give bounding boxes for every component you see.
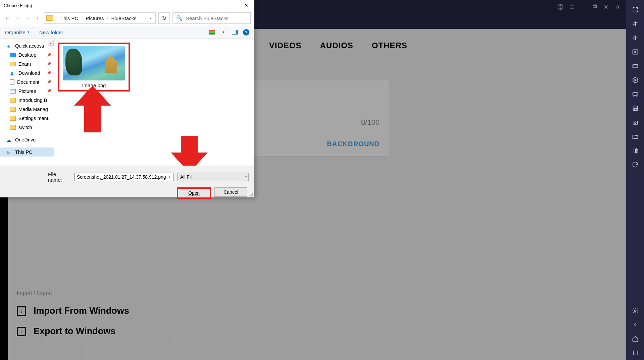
svg-rect-24 xyxy=(633,351,637,355)
volume-down-icon[interactable] xyxy=(626,31,644,45)
export-to-windows[interactable]: ↑ Export to Windows xyxy=(17,326,129,337)
tab-audios[interactable]: AUDIOS xyxy=(320,41,353,50)
nav-up-button[interactable]: ↑ xyxy=(34,14,41,22)
post-char-count: 0/100 xyxy=(361,118,380,127)
fullscreen-icon[interactable] xyxy=(626,3,644,17)
refresh-button[interactable]: ↻ xyxy=(158,12,170,24)
file-name-combo[interactable]: ▾ xyxy=(75,173,174,181)
collapse-icon[interactable] xyxy=(612,2,623,12)
tree-media[interactable]: Media Manag xyxy=(0,105,54,114)
filter-label: All Fil xyxy=(180,174,192,180)
tree-quick-access[interactable]: ★Quick access xyxy=(0,41,54,50)
tab-videos[interactable]: VIDEOS xyxy=(269,41,302,50)
dialog-footer: File name: ▾ All Fil ▾ Open Cancel xyxy=(0,166,254,197)
pin-icon: 📌 xyxy=(47,80,52,84)
background-button[interactable]: BACKGROUND xyxy=(327,140,380,148)
folder-icon[interactable] xyxy=(626,129,644,143)
svg-rect-6 xyxy=(593,5,596,8)
search-icon: 🔍 xyxy=(176,15,183,21)
tree-pictures[interactable]: Pictures📌 xyxy=(0,86,54,96)
back-icon[interactable] xyxy=(626,318,644,332)
file-name-input[interactable] xyxy=(77,174,171,180)
import-label: Import From Windows xyxy=(34,306,129,316)
pin-icon: 📌 xyxy=(47,62,52,66)
tab-others[interactable]: OTHERS xyxy=(372,41,407,50)
apk-icon[interactable]: APK xyxy=(626,101,644,115)
annotation-arrow-up xyxy=(74,85,111,132)
search-input[interactable] xyxy=(186,15,250,21)
svg-point-1 xyxy=(560,8,560,9)
new-folder-button[interactable]: New folder xyxy=(39,29,63,35)
chevron-down-icon[interactable]: ▾ xyxy=(167,174,173,180)
maximize-icon[interactable] xyxy=(589,2,600,12)
play-icon[interactable] xyxy=(626,45,644,59)
tree-settings[interactable]: Settings menu xyxy=(0,114,54,123)
tree-desktop[interactable]: Desktop📌 xyxy=(0,50,54,59)
file-thumbnail xyxy=(63,46,125,80)
file-type-filter[interactable]: All Fil ▾ xyxy=(177,173,249,181)
resize-grip[interactable] xyxy=(249,192,253,196)
tree-introducing[interactable]: Introducing B xyxy=(0,96,54,105)
search-box[interactable]: 🔍 xyxy=(172,12,251,24)
pin-icon: 📌 xyxy=(47,71,52,75)
folder-icon xyxy=(46,15,53,21)
tree-onedrive[interactable]: ☁OneDrive xyxy=(0,135,54,144)
minimize-icon[interactable] xyxy=(578,2,589,12)
volume-up-icon[interactable] xyxy=(626,17,644,31)
breadcrumb-bluestacks[interactable]: BlueStacks xyxy=(111,15,137,21)
dialog-toolbar: Organize ▼ New folder ▼ ? xyxy=(0,26,254,39)
open-button[interactable]: Open xyxy=(177,187,211,199)
nav-history-dropdown[interactable]: ▾ xyxy=(24,14,31,22)
phone-icon[interactable] xyxy=(626,143,644,158)
help-icon[interactable]: ? xyxy=(243,29,249,36)
view-dropdown-icon[interactable]: ▼ xyxy=(220,29,227,35)
folder-tree: ★Quick access Desktop📌 Exam📌 ⬇Download📌 … xyxy=(0,39,54,166)
settings-icon[interactable] xyxy=(626,304,644,318)
keyboard-icon[interactable] xyxy=(626,59,644,73)
nav-forward-button[interactable]: → xyxy=(14,14,21,22)
export-icon: ↑ xyxy=(17,327,26,336)
gamepad-icon[interactable] xyxy=(626,87,644,101)
address-bar[interactable]: › This PC › Pictures › BlueStacks ▾ xyxy=(44,12,156,24)
help-icon[interactable] xyxy=(555,2,566,12)
import-export-label: Import / Export xyxy=(17,290,129,296)
svg-point-23 xyxy=(634,310,636,312)
file-pane[interactable]: Image.png xyxy=(54,39,254,166)
svg-marker-25 xyxy=(74,85,111,132)
record-icon[interactable] xyxy=(626,73,644,87)
import-icon: ↓ xyxy=(17,306,26,316)
address-dropdown-icon[interactable]: ▾ xyxy=(148,16,153,20)
chevron-right-icon: › xyxy=(105,16,110,20)
breadcrumb-pictures[interactable]: Pictures xyxy=(86,15,104,21)
preview-pane-icon[interactable] xyxy=(232,29,238,35)
chevron-down-icon[interactable]: ▾ xyxy=(245,175,247,179)
home-icon[interactable] xyxy=(626,332,644,346)
breadcrumb-root[interactable]: This PC xyxy=(60,15,78,21)
svg-point-12 xyxy=(634,66,634,66)
close-icon[interactable] xyxy=(601,2,611,12)
tree-download[interactable]: ⬇Download📌 xyxy=(0,68,54,77)
recents-icon[interactable] xyxy=(626,346,644,360)
svg-rect-7 xyxy=(594,5,596,7)
dialog-close-button[interactable]: ✕ xyxy=(239,1,253,10)
dialog-nav-bar: ← → ▾ ↑ › This PC › Pictures › BlueStack… xyxy=(0,10,254,26)
tree-document[interactable]: Document📌 xyxy=(0,77,54,86)
cancel-button[interactable]: Cancel xyxy=(214,187,247,197)
rotate-icon[interactable] xyxy=(626,158,644,172)
dialog-titlebar: Choose File(s) ✕ xyxy=(0,0,254,10)
svg-point-20 xyxy=(634,122,636,123)
menu-icon[interactable] xyxy=(566,2,577,12)
tree-exam[interactable]: Exam📌 xyxy=(0,59,54,68)
view-options-icon[interactable] xyxy=(209,29,215,35)
tree-switch[interactable]: switch xyxy=(0,123,54,132)
tree-scroll-up[interactable]: ▴ xyxy=(48,40,54,46)
bluestacks-side-rail: APK xyxy=(626,0,644,360)
file-item-image[interactable]: Image.png xyxy=(58,43,130,92)
organize-menu[interactable]: Organize ▼ xyxy=(5,29,30,35)
import-from-windows[interactable]: ↓ Import From Windows xyxy=(17,306,129,316)
tree-this-pc[interactable]: 🖥This PC xyxy=(0,147,54,157)
chevron-right-icon: › xyxy=(80,16,84,20)
svg-marker-26 xyxy=(171,136,208,166)
nav-back-button[interactable]: ← xyxy=(4,14,11,22)
screenshot-icon[interactable] xyxy=(626,115,644,129)
